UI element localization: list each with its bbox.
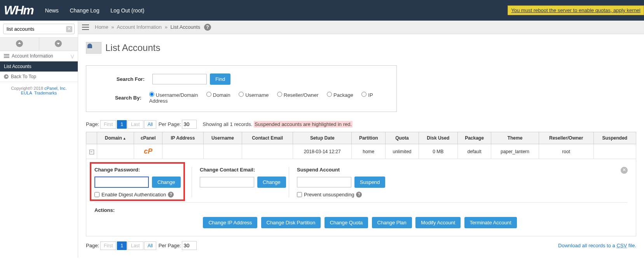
search-for-input[interactable] xyxy=(152,74,207,84)
suspend-reason-input[interactable] xyxy=(297,177,351,187)
cell-partition: home xyxy=(352,144,386,159)
change-quota-button[interactable]: Change Quota xyxy=(325,217,368,228)
expanded-row: Change Password: Change Enable Digest Au… xyxy=(86,159,636,236)
cell-suspended xyxy=(593,144,636,159)
cell-package: default xyxy=(457,144,491,159)
pager-last[interactable]: Last xyxy=(127,120,143,129)
col-disk[interactable]: Disk Used xyxy=(419,132,457,144)
col-quota[interactable]: Quota xyxy=(386,132,419,144)
sidebar-section-account-info[interactable]: Account Information ⋁ xyxy=(0,51,78,61)
trademarks-link[interactable]: Trademarks xyxy=(34,91,57,95)
radio-username[interactable]: Username xyxy=(239,92,269,98)
radio-reseller[interactable]: Reseller/Owner xyxy=(277,92,319,98)
collapse-up-button[interactable] xyxy=(0,38,39,51)
table-row: − cP 2018-03-14 12:27 home unlimited 0 M… xyxy=(86,144,636,159)
search-panel: Search For: Find Search By: Username/Dom… xyxy=(86,65,397,112)
terminate-account-button[interactable]: Terminate Account xyxy=(464,217,517,228)
change-password-button[interactable]: Change xyxy=(152,177,181,188)
col-cpanel[interactable]: cPanel xyxy=(134,132,162,144)
pager-last-bottom[interactable]: Last xyxy=(127,241,143,250)
sidebar-item-list-accounts[interactable]: List Accounts xyxy=(0,61,78,72)
cpanel-icon[interactable]: cP xyxy=(144,147,152,155)
col-email[interactable]: Contact Email xyxy=(242,132,293,144)
pager-info: Showing all 1 records. Suspended account… xyxy=(202,121,353,127)
pager-first-bottom[interactable]: First xyxy=(100,241,116,250)
cell-quota: unlimited xyxy=(386,144,419,159)
reboot-alert[interactable]: You must reboot the server to enable quo… xyxy=(508,5,644,15)
cell-domain xyxy=(97,144,134,159)
radio-domain[interactable]: Domain xyxy=(206,92,230,98)
radio-username-domain[interactable]: Username/Domain xyxy=(149,92,198,98)
prevent-unsuspend-checkbox[interactable] xyxy=(297,192,302,197)
list-accounts-icon xyxy=(86,42,101,54)
sidebar-footer: Copyright© 2018 cPanel, Inc. EULA Tradem… xyxy=(0,82,78,99)
pager-first[interactable]: First xyxy=(100,120,116,129)
eula-link[interactable]: EULA xyxy=(21,91,32,95)
top-header: WHm News Change Log Log Out (root) You m… xyxy=(0,0,644,21)
modify-account-button[interactable]: Modify Account xyxy=(415,217,461,228)
top-pager: Page: First 1 Last All Per Page: Showing… xyxy=(86,120,636,129)
list-icon xyxy=(4,54,9,58)
change-password-section: Change Password: Change Enable Digest Au… xyxy=(94,167,184,198)
sidebar-search-input[interactable] xyxy=(3,24,75,34)
cell-theme: paper_lantern xyxy=(491,144,539,159)
breadcrumb-home[interactable]: Home xyxy=(95,24,108,30)
col-reseller[interactable]: Reseller/Owner xyxy=(539,132,593,144)
pager-all-bottom[interactable]: All xyxy=(144,241,156,250)
radio-package[interactable]: Package xyxy=(327,92,353,98)
clear-search-icon[interactable]: ✕ xyxy=(66,26,72,32)
pager-page-1[interactable]: 1 xyxy=(117,120,127,129)
bottom-pager: Page: First 1 Last All Per Page: Downloa… xyxy=(86,241,636,250)
breadcrumb-bar: Home » Account Information » List Accoun… xyxy=(78,21,644,34)
change-disk-button[interactable]: Change Disk Partition xyxy=(261,217,321,228)
help-icon[interactable]: ? xyxy=(204,24,211,31)
cell-email xyxy=(242,144,293,159)
find-button[interactable]: Find xyxy=(210,73,230,85)
chevron-up-icon xyxy=(16,40,23,47)
arrow-up-icon xyxy=(4,74,9,79)
help-icon[interactable]: ? xyxy=(168,192,174,198)
change-password-input[interactable] xyxy=(94,177,149,188)
change-email-input[interactable] xyxy=(200,177,254,187)
download-csv-link[interactable]: Download all records to a CSV file. xyxy=(558,243,636,248)
back-to-top-link[interactable]: Back To Top xyxy=(0,72,78,82)
cpanel-inc-link[interactable]: cPanel, Inc. xyxy=(44,86,66,91)
help-icon[interactable]: ? xyxy=(356,192,362,198)
collapse-down-button[interactable] xyxy=(39,38,78,51)
digest-auth-checkbox[interactable] xyxy=(94,192,99,197)
whm-logo[interactable]: WHm xyxy=(4,3,33,17)
page-title: List Accounts xyxy=(86,42,636,54)
nav-changelog[interactable]: Change Log xyxy=(70,7,99,14)
breadcrumb-current: List Accounts xyxy=(171,24,201,30)
col-package[interactable]: Package xyxy=(457,132,491,144)
header-nav: News Change Log Log Out (root) xyxy=(45,7,154,14)
change-ip-button[interactable]: Change IP Address xyxy=(203,217,257,228)
col-setup[interactable]: Setup Date xyxy=(293,132,352,144)
col-domain[interactable]: Domain▲ xyxy=(97,132,134,144)
actions-section: Actions: Change IP Address Change Disk P… xyxy=(94,207,628,228)
change-plan-button[interactable]: Change Plan xyxy=(372,217,412,228)
suspend-section: Suspend Account Suspend Prevent unsuspen… xyxy=(289,167,628,198)
cell-disk: 0 MB xyxy=(419,144,457,159)
hamburger-icon[interactable] xyxy=(82,24,89,30)
nav-news[interactable]: News xyxy=(45,7,59,14)
col-theme[interactable]: Theme xyxy=(491,132,539,144)
cell-ip xyxy=(162,144,203,159)
col-ip[interactable]: IP Address xyxy=(162,132,203,144)
chevron-down-icon xyxy=(55,40,62,47)
suspend-button[interactable]: Suspend xyxy=(354,177,385,188)
close-icon[interactable]: ✕ xyxy=(621,167,628,174)
col-suspended[interactable]: Suspended xyxy=(593,132,636,144)
nav-logout[interactable]: Log Out (root) xyxy=(110,7,144,14)
pager-page-1-bottom[interactable]: 1 xyxy=(117,241,127,250)
accounts-table: Domain▲ cPanel IP Address Username Conta… xyxy=(86,132,636,236)
per-page-input[interactable] xyxy=(182,120,197,129)
col-username[interactable]: Username xyxy=(203,132,242,144)
search-by-radio-group: Username/Domain Domain Username Reseller… xyxy=(149,92,381,104)
collapse-row-icon[interactable]: − xyxy=(89,150,94,154)
change-email-button[interactable]: Change xyxy=(257,177,286,188)
breadcrumb-section[interactable]: Account Information xyxy=(117,24,162,30)
per-page-input-bottom[interactable] xyxy=(182,241,197,250)
pager-all[interactable]: All xyxy=(144,120,156,129)
col-partition[interactable]: Partition xyxy=(352,132,386,144)
